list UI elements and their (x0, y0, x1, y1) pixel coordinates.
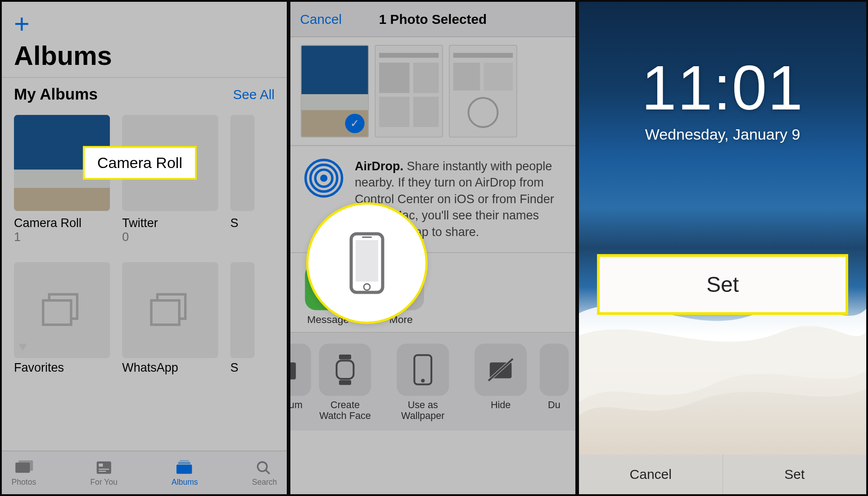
preview-thumb[interactable] (375, 46, 443, 137)
svg-rect-11 (97, 461, 111, 474)
svg-rect-34 (484, 63, 513, 91)
album-name: Camera Roll (14, 216, 110, 230)
album-name: S (231, 216, 255, 230)
section-heading: My Albums (14, 85, 98, 104)
action-label: Use as Wallpaper (401, 400, 444, 422)
svg-rect-23 (301, 94, 368, 110)
lock-date: Wednesday, January 9 (579, 126, 866, 143)
svg-rect-13 (99, 469, 109, 469)
duplicate-icon (540, 344, 569, 396)
tab-label: Search (252, 477, 277, 486)
action-use-as-wallpaper[interactable]: Use as Wallpaper (384, 344, 462, 422)
stack-icon (41, 292, 83, 328)
album-count: 1 (14, 230, 110, 244)
wallpaper-preview-panel: 11:01 Wednesday, January 9 Set Cancel Se… (577, 0, 868, 496)
svg-rect-31 (450, 46, 516, 137)
lock-time: 11:01 (579, 51, 866, 124)
svg-rect-8 (151, 300, 179, 325)
tab-albums[interactable]: Albums (172, 459, 198, 487)
watch-icon (319, 344, 371, 396)
svg-point-55 (364, 284, 370, 290)
svg-rect-54 (356, 240, 378, 282)
share-sheet-panel: Cancel 1 Photo Selected ✓ AirDrop. Share… (289, 0, 577, 496)
set-button[interactable]: Set (723, 455, 867, 494)
callout-set: Set (597, 254, 848, 315)
svg-point-49 (421, 379, 425, 382)
hide-icon (475, 344, 527, 396)
header-title: 1 Photo Selected (379, 11, 487, 27)
svg-rect-12 (99, 463, 103, 466)
action-hide[interactable]: Hide (462, 344, 540, 422)
tab-search[interactable]: Search (252, 459, 277, 487)
album-item[interactable]: WhatsApp (122, 262, 218, 375)
spotlight-use-as-wallpaper (308, 205, 425, 322)
action-add-to-album[interactable]: o Album (289, 344, 306, 422)
svg-rect-6 (43, 300, 71, 325)
airdrop-icon (304, 158, 344, 198)
cancel-button[interactable]: Cancel (579, 455, 723, 494)
svg-point-18 (258, 462, 267, 471)
stack-icon (149, 292, 192, 328)
albums-panel: + Albums My Albums See All Camera Roll 1… (0, 0, 289, 496)
svg-rect-22 (301, 46, 368, 94)
album-name: Twitter (122, 216, 218, 230)
preview-strip[interactable]: ✓ (290, 37, 575, 146)
svg-rect-56 (362, 237, 372, 238)
phone-icon (347, 229, 387, 297)
see-all-link[interactable]: See All (233, 86, 275, 102)
svg-rect-43 (289, 363, 296, 380)
preview-thumb[interactable] (450, 46, 516, 137)
album-name: Favorites (14, 361, 110, 375)
svg-rect-46 (337, 361, 354, 379)
svg-rect-17 (180, 460, 189, 461)
action-label: o Album (289, 400, 303, 411)
svg-rect-47 (339, 380, 351, 385)
svg-rect-33 (453, 63, 480, 91)
album-item[interactable]: ♥ Favorites (14, 262, 110, 375)
heart-icon: ♥ (19, 339, 27, 355)
svg-rect-10 (18, 460, 33, 471)
album-item[interactable]: S (231, 262, 255, 375)
action-label: Du (548, 400, 561, 411)
svg-rect-32 (453, 53, 513, 58)
tab-label: Photos (12, 477, 36, 486)
cancel-button[interactable]: Cancel (300, 11, 342, 27)
album-count: 0 (122, 230, 218, 244)
set-bar: Cancel Set (579, 455, 866, 494)
svg-rect-27 (379, 63, 410, 93)
album-item[interactable]: S (231, 115, 255, 244)
svg-rect-2 (14, 188, 110, 211)
action-duplicate[interactable]: Du (540, 344, 569, 422)
tab-bar: Photos For You Albums Search (2, 450, 287, 494)
svg-rect-45 (339, 355, 351, 359)
album-name: WhatsApp (122, 361, 218, 375)
svg-rect-26 (379, 53, 439, 58)
add-button[interactable]: + (14, 10, 275, 37)
share-header: Cancel 1 Photo Selected (290, 2, 575, 37)
svg-rect-29 (379, 97, 410, 127)
page-title: Albums (2, 41, 287, 77)
svg-rect-30 (413, 97, 439, 127)
action-label: Hide (491, 400, 511, 411)
svg-point-39 (320, 174, 327, 182)
tab-label: Albums (172, 477, 198, 486)
action-create-watch-face[interactable]: Create Watch Face (306, 344, 384, 422)
album-name: S (231, 361, 255, 375)
svg-rect-28 (413, 63, 439, 93)
preview-thumb[interactable]: ✓ (301, 46, 368, 137)
tab-for-you[interactable]: For You (90, 459, 118, 487)
checkmark-icon: ✓ (345, 114, 365, 133)
callout-camera-roll: Camera Roll (83, 146, 197, 180)
phone-icon (397, 344, 449, 396)
svg-line-19 (266, 470, 270, 473)
svg-rect-16 (178, 462, 190, 464)
tab-photos[interactable]: Photos (12, 459, 36, 487)
action-label: Create Watch Face (319, 400, 371, 422)
action-row: o Album Create Watch Face Use as Wallpap… (290, 332, 575, 430)
svg-rect-14 (99, 470, 106, 471)
svg-rect-15 (176, 464, 192, 474)
tab-label: For You (90, 477, 118, 486)
